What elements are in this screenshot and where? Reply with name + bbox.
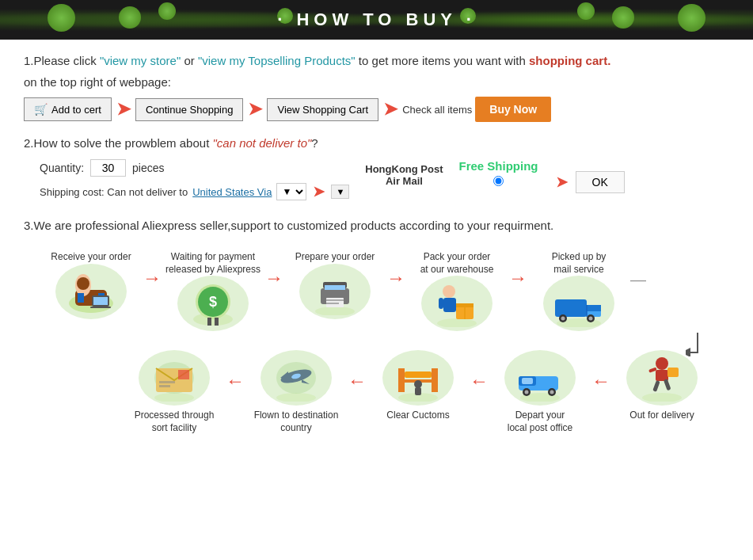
- ok-area: ➤ OK: [554, 171, 625, 193]
- free-shipping-area: Free Shipping: [459, 159, 538, 186]
- view-shopping-cart-button[interactable]: View Shopping Cart: [267, 98, 378, 121]
- svg-rect-20: [326, 299, 344, 301]
- customs-icon: [382, 350, 454, 406]
- row2-arrow-3: →: [348, 370, 367, 392]
- row2-arrow-4: →: [226, 370, 245, 392]
- main-content: 1.Please click "view my store" or "view …: [0, 40, 753, 454]
- process-item-receive: Receive your order: [40, 247, 143, 319]
- arrow-1: ➤: [116, 99, 131, 120]
- process-label-customs: Clear Cuctoms: [386, 410, 449, 422]
- svg-point-15: [315, 307, 355, 315]
- van-icon: [504, 350, 576, 406]
- svg-rect-49: [522, 378, 533, 384]
- svg-point-34: [561, 317, 565, 321]
- svg-rect-45: [667, 368, 679, 377]
- hkpost-info: HongKong Post Air Mail: [365, 163, 443, 187]
- process-row-1: Receive your order: [40, 247, 713, 331]
- svg-point-61: [276, 393, 316, 402]
- arrow-3: ➤: [383, 99, 397, 120]
- process-label-pickup: Picked up bymail service: [552, 251, 607, 276]
- row2-arrow-2: →: [470, 370, 489, 392]
- svg-point-22: [437, 318, 477, 327]
- header-title: HOW TO BUY: [277, 10, 476, 30]
- ok-arrow: ➤: [556, 173, 568, 191]
- flow-row: 🛒 Add to cert ➤ Continue Shopping ➤ View…: [24, 97, 729, 122]
- hkpost-line2: Air Mail: [386, 175, 423, 187]
- add-to-cert-button[interactable]: 🛒 Add to cert: [24, 97, 112, 121]
- mail-icon: [139, 350, 210, 406]
- person-icon: [55, 264, 127, 319]
- process-label-pack: Pack your orderat our warehouse: [420, 251, 494, 276]
- quantity-label: Quantity:: [40, 162, 84, 174]
- shopping-cart-label: shopping cart.: [529, 54, 610, 67]
- step1-text: 1.Please click "view my store" or "view …: [24, 51, 729, 70]
- row2-arrow-1: →: [591, 370, 610, 392]
- process-label-prepare: Prepare your order: [295, 251, 375, 264]
- shipping-area: Quantity: pieces Shipping cost: Can not …: [24, 159, 729, 200]
- printer-icon: [299, 264, 371, 319]
- step1-text-part2: to get more items you want with: [356, 54, 529, 67]
- svg-point-39: [656, 357, 668, 370]
- plane-icon: [261, 350, 332, 406]
- svg-rect-70: [159, 385, 170, 387]
- process-item-customs: Clear Cuctoms: [367, 350, 470, 422]
- view-store-link[interactable]: "view my store": [100, 54, 181, 67]
- process-item-payment: Waiting for paymentreleased by Aliexpres…: [162, 247, 264, 331]
- process-item-sort: Processed throughsort facility: [123, 350, 226, 434]
- process-label-sort: Processed throughsort facility: [135, 410, 215, 434]
- svg-rect-18: [325, 285, 345, 290]
- svg-point-5: [77, 277, 89, 290]
- cannot-deliver-label: "can not deliver to": [212, 136, 311, 150]
- svg-rect-60: [415, 387, 421, 395]
- svg-rect-24: [443, 298, 456, 312]
- continue-shopping-button[interactable]: Continue Shopping: [135, 98, 244, 121]
- process-item-pack: Pack your orderat our warehouse: [405, 247, 508, 331]
- row1-arrow-1: →: [143, 267, 162, 289]
- row1-arrow-4: →: [508, 267, 527, 289]
- row1-arrow-3: →: [386, 267, 405, 289]
- svg-rect-43: [652, 380, 660, 392]
- hkpost-line1: HongKong Post: [365, 163, 443, 175]
- svg-point-65: [154, 393, 194, 402]
- box-icon: [421, 276, 492, 331]
- buy-now-button[interactable]: Buy Now: [475, 97, 551, 122]
- svg-rect-68: [178, 370, 189, 379]
- svg-rect-30: [555, 299, 587, 317]
- united-states-via-link[interactable]: United States Via: [192, 186, 272, 198]
- shipping-arrow: ➤: [313, 183, 325, 200]
- svg-rect-3: [78, 293, 84, 303]
- svg-rect-32: [587, 305, 601, 311]
- quantity-row: Quantity: pieces: [40, 159, 349, 177]
- svg-rect-25: [439, 298, 443, 309]
- ok-button[interactable]: OK: [576, 171, 625, 193]
- process-flow: Receive your order: [24, 247, 729, 434]
- cart-icon: 🛒: [34, 103, 48, 116]
- free-shipping-radio[interactable]: [493, 176, 504, 186]
- svg-rect-7: [93, 297, 108, 305]
- view-topselling-link[interactable]: "view my Topselling Products": [198, 54, 356, 67]
- truck-icon: [543, 276, 614, 331]
- quantity-input[interactable]: [90, 159, 126, 177]
- check-all-items-label: Check all items: [402, 104, 472, 116]
- process-label-delivery: Out for delivery: [629, 410, 694, 422]
- process-item-prepare: Prepare your order: [283, 247, 386, 319]
- process-row-2: Out for delivery → D: [40, 350, 713, 434]
- svg-rect-13: [207, 318, 211, 326]
- svg-point-38: [642, 393, 682, 402]
- svg-rect-58: [405, 371, 432, 378]
- arrow-2: ➤: [248, 99, 262, 120]
- process-item-plane: Flown to destinationcountry: [245, 350, 348, 434]
- svg-text:$: $: [209, 294, 217, 310]
- quantity-shipping-col: Quantity: pieces Shipping cost: Can not …: [40, 159, 349, 200]
- dropdown-button[interactable]: ▼: [331, 185, 349, 199]
- svg-rect-44: [664, 379, 671, 390]
- shipping-row: Shipping cost: Can not deliver to United…: [40, 183, 349, 200]
- svg-rect-14: [215, 318, 219, 326]
- process-item-pickup: Picked up bymail service: [527, 247, 630, 331]
- money-icon: $: [177, 276, 249, 331]
- process-label-postoffice: Depart yourlocal post office: [508, 410, 573, 434]
- svg-point-51: [525, 390, 529, 394]
- row1-arrow-2: →: [264, 267, 283, 289]
- shipping-select[interactable]: ▼: [276, 183, 306, 200]
- svg-rect-69: [159, 381, 175, 383]
